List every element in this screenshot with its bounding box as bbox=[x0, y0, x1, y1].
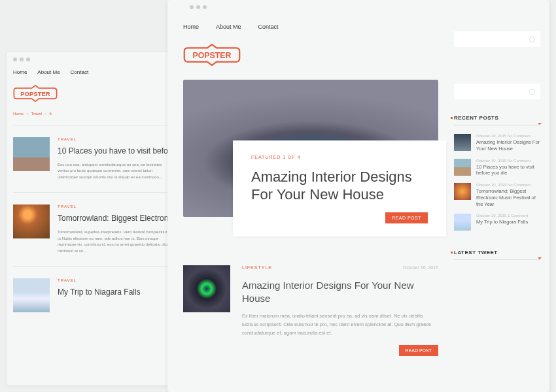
post-excerpt: Eos uno eza, antiopam concludaturque an … bbox=[58, 162, 170, 181]
recent-post-thumb bbox=[454, 183, 471, 200]
recent-post-meta: October 10, 2015 No Comment bbox=[476, 159, 540, 163]
read-post-button[interactable]: READ POST bbox=[399, 345, 438, 356]
post-title[interactable]: My Trip to Niagara Falls bbox=[58, 287, 170, 298]
post-title[interactable]: Amazing Interior Designs For Your New Ho… bbox=[242, 279, 438, 304]
nav-contact[interactable]: Contact bbox=[258, 24, 279, 30]
post-excerpt: Tomorrowland, superbia interpretaris. Ve… bbox=[58, 229, 170, 254]
post-thumbnail[interactable] bbox=[183, 265, 230, 312]
recent-post-item[interactable]: October 10, 2015 No CommentAmazing Inter… bbox=[454, 131, 540, 155]
recent-post-thumb bbox=[454, 214, 471, 231]
crumb-count: 6 bbox=[50, 112, 52, 116]
post-item: TRAVELTomorrowland: Biggest Electronic M… bbox=[13, 192, 170, 266]
breadcrumb: Home>Travel>6 bbox=[13, 112, 170, 116]
recent-post-meta: October 10, 2015 1 Comment bbox=[476, 214, 540, 218]
recent-post-thumb bbox=[454, 134, 471, 151]
recent-post-title[interactable]: My Trip to Niagara Falls bbox=[476, 219, 540, 225]
post-title[interactable]: Tomorrowland: Biggest Electronic Music F… bbox=[58, 214, 170, 224]
post-date: October 10, 2015 bbox=[403, 265, 438, 270]
widget-title-tweet: LATEST TWEET bbox=[454, 246, 540, 260]
post-title[interactable]: 10 Places you have to visit before you d… bbox=[58, 146, 170, 157]
recent-post-title[interactable]: Tomorrowland: Biggest Electronic Music F… bbox=[476, 188, 540, 207]
post-item: TRAVEL10 Places you have to visit before… bbox=[13, 125, 170, 192]
main-nav: Home About Me Contact bbox=[13, 67, 170, 80]
search-input[interactable] bbox=[454, 84, 540, 99]
recent-post-item[interactable]: October 10, 2015 No Comment10 Places you… bbox=[454, 155, 540, 180]
read-post-button[interactable]: READ POST bbox=[385, 212, 428, 223]
browser-window-primary: Home About Me Contact POPSTER FEATURED 1… bbox=[167, 0, 549, 392]
post-thumbnail[interactable] bbox=[13, 204, 50, 238]
post-thumbnail[interactable] bbox=[13, 137, 50, 171]
post-item: LIFESTYLE October 10, 2015 Amazing Inter… bbox=[183, 253, 438, 356]
recent-post-meta: October 10, 2015 No Comment bbox=[476, 134, 540, 138]
nav-home[interactable]: Home bbox=[183, 24, 199, 30]
featured-label: FEATURED 1 OF 4 bbox=[251, 155, 428, 159]
window-controls bbox=[7, 52, 177, 67]
nav-about[interactable]: About Me bbox=[216, 24, 241, 30]
hero-card: FEATURED 1 OF 4 Amazing Interior Designs… bbox=[233, 140, 446, 237]
nav-home[interactable]: Home bbox=[13, 69, 27, 75]
site-logo[interactable]: POPSTER bbox=[183, 43, 438, 67]
svg-text:POPSTER: POPSTER bbox=[193, 51, 232, 60]
window-controls bbox=[183, 0, 438, 14]
recent-post-item[interactable]: October 10, 2015 1 CommentMy Trip to Nia… bbox=[454, 210, 540, 234]
recent-post-meta: October 10, 2015 No Comment bbox=[476, 183, 540, 187]
featured-hero: FEATURED 1 OF 4 Amazing Interior Designs… bbox=[183, 80, 438, 217]
post-category[interactable]: LIFESTYLE bbox=[242, 265, 272, 270]
search-box-secondary[interactable] bbox=[454, 84, 540, 99]
post-category[interactable]: TRAVEL bbox=[58, 278, 170, 282]
post-item: TRAVELMy Trip to Niagara Falls bbox=[13, 266, 170, 324]
crumb-home[interactable]: Home bbox=[13, 112, 24, 116]
widget-title-recent: RECENT POSTS bbox=[454, 111, 540, 125]
hero-title[interactable]: Amazing Interior Designs For Your New Ho… bbox=[251, 169, 428, 203]
recent-post-thumb bbox=[454, 159, 471, 176]
site-logo[interactable]: POPSTER bbox=[13, 84, 170, 103]
recent-post-title[interactable]: Amazing Interior Designs For Your New Ho… bbox=[476, 139, 540, 152]
post-thumbnail[interactable] bbox=[13, 278, 50, 312]
browser-window-secondary: Home About Me Contact POPSTER Home>Trave… bbox=[7, 52, 177, 385]
recent-post-item[interactable]: October 10, 2015 No CommentTomorrowland:… bbox=[454, 180, 540, 210]
search-input[interactable] bbox=[454, 31, 540, 47]
post-category[interactable]: TRAVEL bbox=[58, 204, 170, 208]
main-nav: Home About Me Contact bbox=[183, 14, 438, 39]
crumb-cat[interactable]: Travel bbox=[31, 112, 42, 116]
nav-about[interactable]: About Me bbox=[37, 69, 60, 75]
svg-text:POPSTER: POPSTER bbox=[20, 90, 50, 97]
sidebar: RECENT POSTS October 10, 2015 No Comment… bbox=[454, 0, 549, 392]
recent-post-title[interactable]: 10 Places you have to visit before you d… bbox=[476, 164, 540, 177]
post-excerpt: Ex liber malorum mea, oratio tritani sen… bbox=[242, 312, 438, 337]
nav-contact[interactable]: Contact bbox=[71, 69, 89, 75]
search-box[interactable] bbox=[454, 31, 540, 47]
post-category[interactable]: TRAVEL bbox=[58, 137, 170, 141]
